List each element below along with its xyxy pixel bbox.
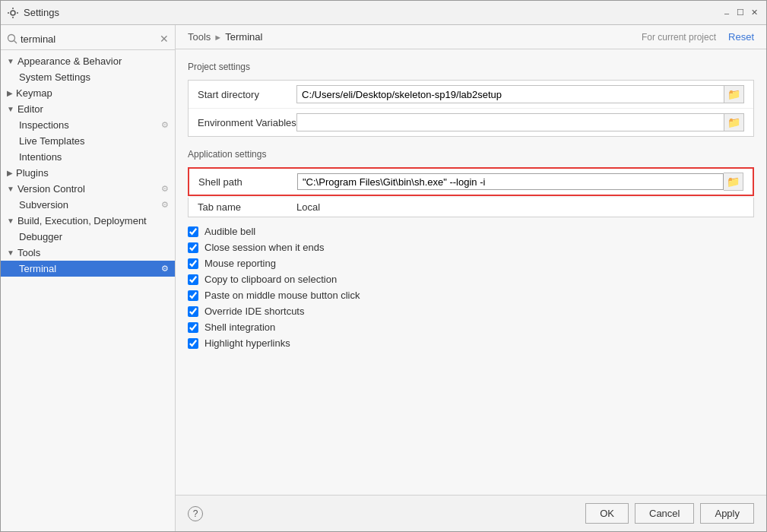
expand-arrow: ▼ [7,105,14,113]
audible-bell-label: Audible bell [204,226,255,237]
sidebar-item-version-control[interactable]: ▼ Version Control ⚙ [1,181,175,197]
env-variables-input[interactable] [296,113,724,131]
mouse-reporting-checkbox[interactable] [188,258,198,269]
checkbox-row-mouse-reporting: Mouse reporting [188,255,754,271]
sidebar-item-appearance-behavior[interactable]: ▼ Appearance & Behavior [1,53,175,69]
checkbox-row-audible-bell: Audible bell [188,223,754,239]
sidebar-item-intentions[interactable]: Intentions [1,149,175,165]
breadcrumb-parent: Tools [188,31,211,43]
start-directory-folder-button[interactable]: 📁 [724,85,744,103]
breadcrumb: Tools ► Terminal [188,31,642,43]
apply-button[interactable]: Apply [700,503,754,524]
checkboxes-section: Audible bell Close session when it ends … [188,223,754,351]
window-controls: – ☐ ✕ [721,7,760,19]
highlight-hyperlinks-checkbox[interactable] [188,338,198,349]
expand-arrow: ▶ [7,89,13,97]
paste-middle-label: Paste on middle mouse button click [204,290,360,301]
footer-right: OK Cancel Apply [585,503,754,524]
sidebar-item-label: Tools [17,247,40,258]
checkbox-row-paste-middle: Paste on middle mouse button click [188,287,754,303]
start-directory-label: Start directory [198,89,296,100]
checkbox-row-override-ide: Override IDE shortcuts [188,303,754,319]
checkbox-row-close-session: Close session when it ends [188,239,754,255]
start-directory-row: Start directory 📁 [189,81,753,109]
sidebar-item-label: Inspections [19,119,69,131]
panel-body: Project settings Start directory 📁 Envir… [176,49,766,495]
app-settings-section: Application settings Shell path 📁 Tab na… [188,149,754,217]
app-settings-title: Application settings [188,149,754,160]
help-button[interactable]: ? [188,506,203,521]
audible-bell-checkbox[interactable] [188,226,198,237]
sidebar-item-inspections[interactable]: Inspections ⚙ [1,117,175,133]
reset-button[interactable]: Reset [728,31,754,43]
search-icon [7,33,17,44]
main-content: ✕ ▼ Appearance & Behavior System Setting… [1,25,766,531]
settings-window: Settings – ☐ ✕ ✕ ▼ Appearance & Behavio [0,0,767,532]
expand-arrow: ▼ [7,217,14,225]
sidebar-item-label: Keymap [16,87,52,99]
expand-arrow: ▼ [7,57,14,65]
title-bar: Settings – ☐ ✕ [1,1,766,25]
sidebar-item-label: Build, Execution, Deployment [17,215,147,226]
sidebar-item-debugger[interactable]: Debugger [1,229,175,245]
clear-search-button[interactable]: ✕ [160,33,169,45]
window-title: Settings [24,7,721,18]
close-session-checkbox[interactable] [188,242,198,253]
search-bar: ✕ [1,28,175,50]
checkbox-row-copy-clipboard: Copy to clipboard on selection [188,271,754,287]
start-directory-input[interactable] [296,85,724,103]
sidebar-item-keymap[interactable]: ▶ Keymap [1,85,175,101]
panel-header: Tools ► Terminal For current project Res… [176,25,766,49]
sidebar-item-terminal[interactable]: Terminal ⚙ [1,261,175,277]
for-project-label: For current project [642,32,716,43]
project-settings-group: Start directory 📁 Environment Variables … [188,80,754,137]
svg-point-0 [11,11,15,15]
sidebar-item-label: System Settings [19,71,90,83]
maximize-button[interactable]: ☐ [734,7,746,19]
ok-button[interactable]: OK [585,503,629,524]
sidebar-item-label: Intentions [19,151,62,163]
tab-name-value: Local [296,201,320,213]
sidebar-item-label: Version Control [17,183,85,195]
sidebar-item-editor[interactable]: ▼ Editor [1,101,175,117]
sidebar-item-live-templates[interactable]: Live Templates [1,133,175,149]
env-variables-folder-button[interactable]: 📁 [724,113,744,131]
svg-point-1 [8,35,15,42]
copy-clipboard-checkbox[interactable] [188,274,198,285]
close-session-label: Close session when it ends [204,242,325,253]
shell-integration-checkbox[interactable] [188,322,198,333]
override-ide-label: Override IDE shortcuts [204,306,305,317]
shell-path-row: Shell path 📁 [188,167,754,196]
cancel-button[interactable]: Cancel [635,503,694,524]
sidebar-item-label: Editor [17,103,43,115]
sidebar-item-label: Plugins [16,167,49,179]
copy-clipboard-label: Copy to clipboard on selection [204,274,337,285]
expand-arrow: ▼ [7,185,14,193]
sidebar-item-plugins[interactable]: ▶ Plugins [1,165,175,181]
sidebar-item-tools[interactable]: ▼ Tools [1,245,175,261]
sidebar-item-build-execution[interactable]: ▼ Build, Execution, Deployment [1,213,175,229]
shell-path-input[interactable] [297,173,724,190]
checkbox-row-highlight-hyperlinks: Highlight hyperlinks [188,335,754,351]
env-variables-row: Environment Variables 📁 [189,109,753,136]
search-input[interactable] [21,33,160,45]
project-settings-section: Project settings Start directory 📁 Envir… [188,62,754,137]
gear-icon: ⚙ [161,184,169,194]
override-ide-checkbox[interactable] [188,306,198,317]
gear-icon: ⚙ [161,200,169,210]
settings-icon [7,7,19,19]
sidebar-item-system-settings[interactable]: System Settings [1,69,175,85]
start-directory-input-wrap: 📁 [296,85,744,103]
paste-middle-checkbox[interactable] [188,290,198,301]
gear-icon: ⚙ [161,120,169,130]
shell-path-folder-button[interactable]: 📁 [724,173,743,191]
expand-arrow: ▼ [7,249,14,257]
env-variables-label: Environment Variables [198,117,296,128]
svg-line-2 [14,41,17,44]
close-button[interactable]: ✕ [748,7,760,19]
sidebar-item-subversion[interactable]: Subversion ⚙ [1,197,175,213]
right-panel: Tools ► Terminal For current project Res… [176,25,766,531]
footer-left: ? [188,506,203,521]
sidebar-item-label: Appearance & Behavior [17,55,122,67]
minimize-button[interactable]: – [721,7,733,19]
